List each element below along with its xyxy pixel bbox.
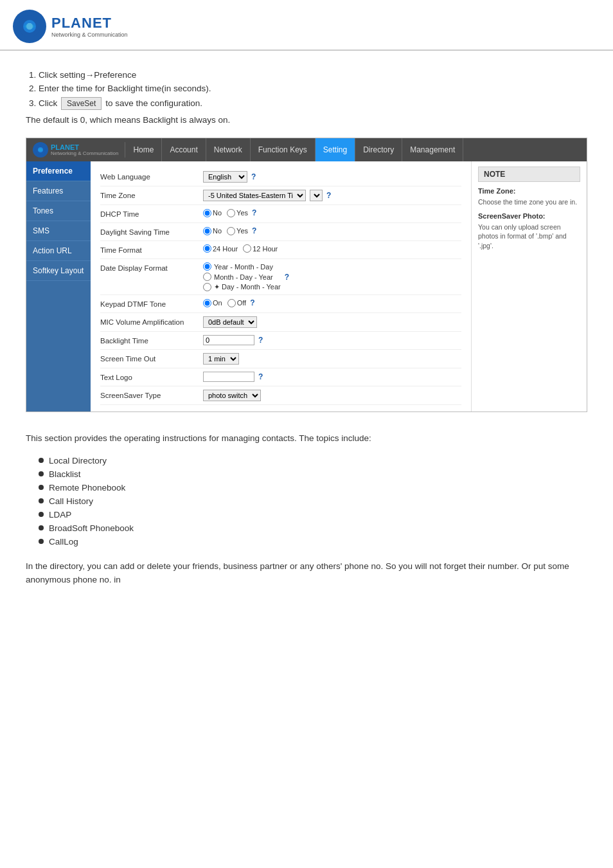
bullet-icon bbox=[39, 471, 44, 476]
radio-12hour[interactable]: 12 Hour bbox=[243, 244, 278, 253]
note-screensaver-text: You can only upload screen photos in for… bbox=[478, 222, 580, 251]
select-web-language[interactable]: English Chinese French bbox=[203, 171, 247, 183]
input-text-logo[interactable] bbox=[203, 372, 254, 382]
radio-dmy[interactable]: ✦ Day - Month - Year bbox=[203, 283, 281, 291]
control-screen-timeout: 1 min 2 min 5 min never bbox=[203, 353, 461, 365]
control-mic-volume: 0dB default +6dB -6dB bbox=[203, 316, 461, 328]
radio-time-format: 24 Hour 12 Hour bbox=[203, 244, 278, 253]
select-screensaver-type[interactable]: photo switch clock blank bbox=[203, 390, 261, 401]
directory-item-ldap: LDAP bbox=[39, 510, 587, 520]
bullet-icon bbox=[39, 485, 44, 490]
setting-backlight: Backlight Time ? bbox=[100, 332, 461, 350]
phone-body: Preference Features Tones SMS Action URL… bbox=[26, 161, 587, 411]
nav-items: Home Account Network Function Keys Setti… bbox=[125, 138, 463, 161]
nav-home[interactable]: Home bbox=[125, 138, 162, 161]
sidebar-action-url[interactable]: Action URL bbox=[26, 241, 91, 261]
help-text-logo[interactable]: ? bbox=[258, 372, 263, 381]
radio-dtmf-off[interactable]: Off bbox=[227, 299, 246, 307]
input-backlight[interactable] bbox=[203, 335, 254, 345]
help-time-zone[interactable]: ? bbox=[326, 191, 331, 200]
nav-logo-icon bbox=[33, 142, 48, 158]
sidebar-softkey-layout[interactable]: Softkey Layout bbox=[26, 261, 91, 281]
setting-keypad-dtmf: Keypad DTMF Tone On Off ? bbox=[100, 295, 461, 313]
directory-item-calllog: CallLog bbox=[39, 537, 587, 547]
radio-dhcp-yes[interactable]: Yes bbox=[227, 209, 248, 217]
directory-intro: This section provides the operating inst… bbox=[26, 431, 587, 446]
radio-daylight-no[interactable]: No bbox=[203, 227, 222, 235]
saveset-button[interactable]: SaveSet bbox=[61, 97, 102, 110]
help-web-language[interactable]: ? bbox=[251, 172, 256, 181]
setting-time-zone: Time Zone -5 United States-Eastern Time … bbox=[100, 186, 461, 205]
radio-24hour[interactable]: 24 Hour bbox=[203, 244, 238, 253]
note-header: NOTE bbox=[478, 167, 580, 182]
nav-account[interactable]: Account bbox=[162, 138, 206, 161]
sidebar-tones[interactable]: Tones bbox=[26, 201, 91, 221]
setting-text-logo: Text Logo ? bbox=[100, 368, 461, 386]
directory-item-remote-phonebook: Remote Phonebook bbox=[39, 483, 587, 493]
steps-list: Click setting→Preference Enter the time … bbox=[39, 70, 587, 110]
note-screensaver-title: ScreenSaver Photo: bbox=[478, 212, 580, 220]
control-text-logo: ? bbox=[203, 372, 461, 382]
directory-item-local: Local Directory bbox=[39, 456, 587, 466]
radio-mdy[interactable]: Month - Day - Year bbox=[203, 273, 281, 281]
step-1: Click setting→Preference bbox=[39, 70, 587, 80]
radio-daylight-yes[interactable]: Yes bbox=[227, 227, 248, 235]
help-date-format[interactable]: ? bbox=[285, 273, 289, 282]
directory-item-call-history: Call History bbox=[39, 496, 587, 506]
settings-panel: Web Language English Chinese French ? Ti… bbox=[91, 161, 471, 411]
radio-ymd[interactable]: Year - Month - Day bbox=[203, 262, 281, 271]
bullet-icon bbox=[39, 458, 44, 463]
control-web-language: English Chinese French ? bbox=[203, 171, 461, 183]
step-2: Enter the time for Backlight time(in sec… bbox=[39, 84, 587, 93]
bullet-icon bbox=[39, 539, 44, 544]
setting-time-format: Time Format 24 Hour 12 Hour bbox=[100, 241, 461, 259]
date-options: Year - Month - Day Month - Day - Year ✦ … bbox=[203, 262, 281, 291]
main-content: Click setting→Preference Enter the time … bbox=[0, 51, 613, 617]
logo-icon bbox=[13, 10, 46, 43]
label-dhcp-time: DHCP Time bbox=[100, 208, 203, 218]
nav-setting[interactable]: Setting bbox=[315, 138, 355, 161]
brand-tagline: Networking & Communication bbox=[51, 32, 128, 38]
label-screensaver-type: ScreenSaver Type bbox=[100, 390, 203, 399]
setting-web-language: Web Language English Chinese French ? bbox=[100, 168, 461, 186]
help-backlight[interactable]: ? bbox=[258, 336, 263, 345]
select-screen-timeout[interactable]: 1 min 2 min 5 min never bbox=[203, 353, 239, 365]
select-time-zone-2[interactable] bbox=[310, 190, 323, 201]
setting-dhcp-time: DHCP Time No Yes ? bbox=[100, 205, 461, 223]
nav-logo: PLANET Networking & Communication bbox=[26, 142, 125, 158]
control-backlight: ? bbox=[203, 335, 461, 345]
control-date-format: Year - Month - Day Month - Day - Year ✦ … bbox=[203, 262, 461, 291]
radio-dhcp-no[interactable]: No bbox=[203, 209, 222, 217]
instructions-section: Click setting→Preference Enter the time … bbox=[26, 70, 587, 125]
help-dtmf[interactable]: ? bbox=[250, 298, 254, 307]
nav-directory[interactable]: Directory bbox=[355, 138, 402, 161]
bullet-icon bbox=[39, 498, 44, 503]
help-daylight[interactable]: ? bbox=[252, 226, 256, 235]
directory-description: In the directory, you can add or delete … bbox=[26, 559, 587, 587]
sidebar-features[interactable]: Features bbox=[26, 181, 91, 201]
logo-text: PLANET Networking & Communication bbox=[51, 15, 128, 38]
control-dhcp-time: No Yes ? bbox=[203, 208, 461, 217]
sidebar-preference[interactable]: Preference bbox=[26, 161, 91, 181]
nav-bar: PLANET Networking & Communication Home A… bbox=[26, 138, 587, 161]
nav-function-keys[interactable]: Function Keys bbox=[251, 138, 315, 161]
page-header: PLANET Networking & Communication bbox=[0, 0, 613, 51]
bullet-icon bbox=[39, 525, 44, 530]
help-dhcp[interactable]: ? bbox=[252, 208, 256, 217]
label-text-logo: Text Logo bbox=[100, 372, 203, 381]
select-mic-volume[interactable]: 0dB default +6dB -6dB bbox=[203, 316, 257, 328]
nav-network[interactable]: Network bbox=[206, 138, 251, 161]
label-date-format: Date Display Format bbox=[100, 262, 203, 272]
sidebar-sms[interactable]: SMS bbox=[26, 221, 91, 241]
control-time-zone: -5 United States-Eastern Time ? bbox=[203, 190, 461, 201]
label-time-format: Time Format bbox=[100, 244, 203, 254]
default-note: The default is 0, which means Backlight … bbox=[26, 115, 587, 125]
select-time-zone[interactable]: -5 United States-Eastern Time bbox=[203, 190, 306, 201]
directory-items-list: Local Directory Blacklist Remote Phonebo… bbox=[39, 456, 587, 547]
nav-management[interactable]: Management bbox=[402, 138, 463, 161]
step-3: Click SaveSet to save the configuration. bbox=[39, 97, 587, 110]
settings-sidebar: Preference Features Tones SMS Action URL… bbox=[26, 161, 91, 411]
directory-item-broadsoft: BroadSoft Phonebook bbox=[39, 523, 587, 533]
radio-dhcp-time: No Yes bbox=[203, 209, 248, 217]
radio-dtmf-on[interactable]: On bbox=[203, 299, 222, 307]
